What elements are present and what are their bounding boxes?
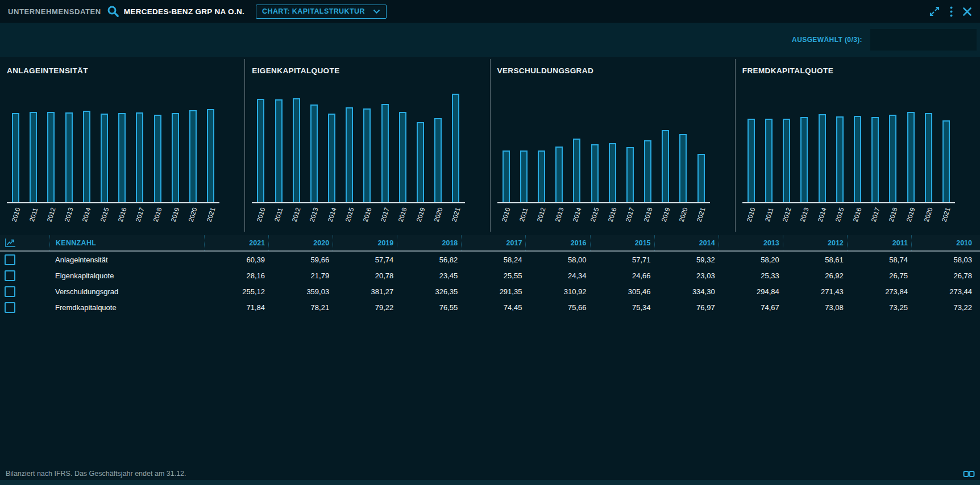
app-title: UNTERNEHMENSDATEN [8,7,101,16]
x-tick-label: 2021 [696,207,707,223]
bar-2016 [363,108,371,202]
value-cell: 57,71 [590,256,654,264]
row-label: Verschuldungsgrad [49,287,204,296]
x-tick-label: 2019 [170,207,181,223]
chart-type-dropdown[interactable]: CHART: KAPITALSTRUKTUR [256,5,387,19]
chart-panel-fremdkapitalquote: FREMDKAPITALQUOTE 2010201120122013201420… [735,59,980,232]
x-tick-label: 2015 [589,207,600,223]
bar-2020 [679,134,687,202]
bar-2019 [907,112,915,202]
value-cell: 326,35 [397,287,461,296]
value-cell: 78,21 [268,303,333,312]
bar-2018 [644,140,651,202]
x-tick-label: 2015 [99,207,110,223]
value-cell: 58,20 [719,256,783,264]
chart-panel-eigenkapitalquote: EIGENKAPITALQUOTE 2010201120122013201420… [244,59,489,232]
x-tick-label: 2011 [28,207,39,222]
expand-icon[interactable] [929,6,940,17]
bar-2021 [942,120,950,202]
bar-2014 [819,114,826,202]
row-label: Anlageintensität [49,256,204,264]
value-cell: 271,43 [783,287,847,296]
bar-2019 [417,122,424,202]
bar-2012 [293,98,300,202]
value-cell: 75,34 [590,303,654,312]
kennzahl-table: KENNZAHL 2021202020192018201720162015201… [0,235,980,315]
bars [252,79,464,203]
x-tick-label: 2019 [660,207,671,223]
value-cell: 26,92 [783,271,847,280]
value-cell: 74,45 [461,303,525,312]
bar-2019 [662,130,669,202]
row-checkbox[interactable] [5,270,15,281]
accounting-note: Bilanziert nach IFRS. Das Geschäftsjahr … [6,470,186,478]
year-column-header-2019: 2019 [333,235,397,250]
value-cell: 74,67 [719,303,783,312]
value-cell: 71,84 [204,303,268,312]
bar-2015 [836,116,844,202]
bar-2012 [783,119,790,202]
value-cell: 294,84 [719,287,783,296]
charts-row: ANLAGEINTENSITÄT 20102011201220132014201… [0,59,980,232]
value-cell: 26,78 [911,271,975,280]
bar-2014 [83,111,90,202]
bar-2021 [697,154,705,202]
x-axis-labels: 2010201120122013201420152016201720182019… [497,203,710,232]
x-tick-label: 2014 [817,207,828,223]
year-column-header-2018: 2018 [397,235,461,250]
x-tick-label: 2017 [870,207,881,223]
x-axis-labels: 2010201120122013201420152016201720182019… [742,203,955,232]
x-tick-label: 2013 [64,207,74,223]
search-icon[interactable] [107,5,119,18]
value-cell: 24,66 [590,271,654,280]
x-tick-label: 2012 [45,207,56,223]
x-tick-label: 2015 [344,207,355,223]
bar-2019 [172,113,179,202]
bar-2012 [47,112,55,202]
value-cell: 58,24 [461,256,525,264]
value-cell: 59,32 [654,256,719,264]
bar-2011 [765,119,773,202]
year-column-header-2012: 2012 [783,235,847,250]
bottom-strip [0,480,980,485]
value-cell: 381,27 [333,287,397,296]
year-column-header-2015: 2015 [590,235,654,250]
bar-2011 [275,99,283,202]
row-checkbox[interactable] [5,302,15,313]
row-checkbox[interactable] [5,286,15,297]
table-row: Eigenkapitalquote28,1621,7920,7823,4525,… [0,267,980,283]
value-cell: 24,34 [525,271,589,280]
value-cell: 28,16 [204,271,268,280]
value-cell: 60,39 [204,256,268,264]
trend-chart-icon [0,235,49,250]
x-tick-label: 2014 [571,207,582,223]
bar-2017 [871,117,879,202]
value-cell: 57,74 [333,256,397,264]
chart-title: EIGENKAPITALQUOTE [252,66,489,76]
bar-2010 [12,113,19,202]
x-tick-label: 2020 [433,207,443,223]
bar-2016 [609,143,616,202]
kebab-menu-icon[interactable] [950,6,953,17]
bar-2020 [925,113,932,202]
value-cell: 23,45 [397,271,461,280]
row-checkbox[interactable] [5,254,15,265]
x-tick-label: 2018 [642,207,653,223]
bar-2018 [154,115,161,202]
unternehmensdaten-window: UNTERNEHMENSDATEN MERCEDES-BENZ GRP NA O… [0,0,980,485]
table-header-row: KENNZAHL 2021202020192018201720162015201… [0,235,980,252]
value-cell: 23,03 [654,271,719,280]
link-icon[interactable] [963,470,975,478]
close-icon[interactable] [962,7,972,16]
value-cell: 73,08 [783,303,847,312]
value-cell: 76,55 [397,303,461,312]
x-tick-label: 2011 [518,207,529,222]
value-cell: 21,79 [268,271,333,280]
value-cell: 26,75 [847,271,911,280]
value-cell: 359,03 [268,287,333,296]
chart-title: VERSCHULDUNGSGRAD [497,66,735,76]
year-column-header-2013: 2013 [719,235,783,250]
value-cell: 334,30 [654,287,719,296]
x-tick-label: 2018 [397,207,408,223]
bar-2017 [136,112,143,202]
